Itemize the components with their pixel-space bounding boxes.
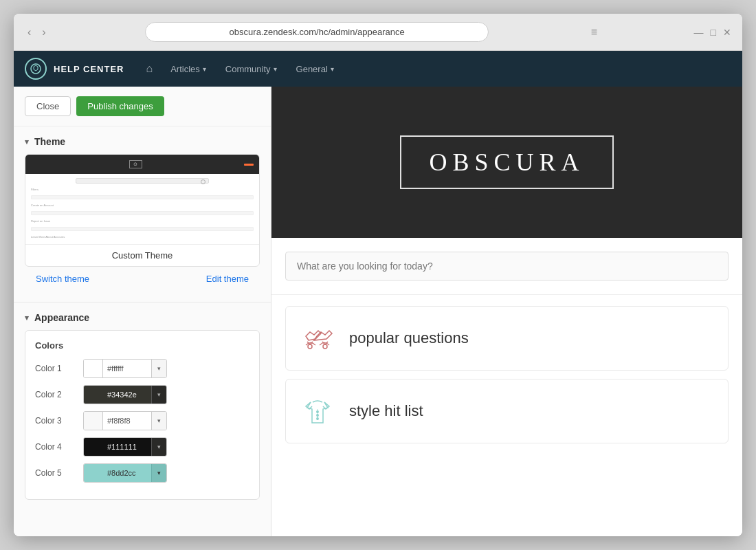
color-5-input[interactable]: #8dd2cc ▾ [83, 463, 167, 483]
color-2-dropdown[interactable]: ▾ [151, 385, 166, 404]
articles-label: Articles [170, 64, 200, 74]
appearance-title: Appearance [34, 312, 89, 323]
obscura-logo-box: OBSCURA [400, 135, 613, 189]
color-3-swatch [84, 411, 103, 430]
appearance-section: ▾ Appearance Colors Color 1 #ffffff ▾ [14, 302, 271, 500]
style-hit-list-card[interactable]: style hit list [285, 379, 729, 443]
thumb-logo: ⊙ [129, 160, 142, 168]
color-5-swatch [84, 463, 103, 483]
home-icon: ⌂ [146, 63, 153, 75]
appearance-section-header[interactable]: ▾ Appearance [14, 302, 271, 330]
community-chevron: ▾ [274, 65, 277, 73]
nav-general-menu[interactable]: General ▾ [287, 51, 344, 87]
nav-articles-menu[interactable]: Articles ▾ [161, 51, 216, 87]
content-sections: popular questions [271, 295, 742, 454]
color-1-label: Color 1 [35, 364, 83, 373]
color-3-input[interactable]: #f8f8f8 ▾ [83, 411, 167, 430]
forward-button[interactable]: › [39, 25, 48, 40]
main-content: Close Publish changes ▾ Theme [14, 87, 742, 536]
app-logo: HELP CENTER [25, 58, 124, 80]
color-5-value: #8dd2cc [103, 464, 151, 482]
colors-title: Colors [35, 340, 249, 351]
color-1-input[interactable]: #ffffff ▾ [83, 359, 167, 378]
svg-point-4 [317, 411, 318, 412]
hamburger-menu[interactable]: ≡ [591, 26, 597, 38]
back-button[interactable]: ‹ [25, 25, 34, 40]
general-chevron: ▾ [331, 65, 334, 73]
nav-community-menu[interactable]: Community ▾ [216, 51, 287, 87]
color-4-swatch [84, 437, 103, 456]
nav-home-button[interactable]: ⌂ [138, 51, 162, 87]
maximize-button[interactable]: □ [711, 27, 716, 38]
theme-chevron-icon: ▾ [25, 138, 29, 146]
color-5-label: Color 5 [35, 468, 83, 478]
browser-chrome: ‹ › obscura.zendesk.com/hc/admin/appeara… [14, 14, 742, 51]
search-input[interactable] [285, 252, 729, 280]
window-controls: — □ ✕ [694, 27, 731, 38]
obscura-logo-text: OBSCURA [429, 148, 584, 176]
theme-title: Theme [34, 136, 65, 147]
community-label: Community [225, 64, 271, 74]
theme-content: ⊙ Filters Create an Account [14, 154, 271, 302]
search-section [271, 238, 742, 295]
color-4-dropdown[interactable]: ▾ [151, 437, 166, 456]
theme-actions: Switch theme Edit theme [25, 267, 260, 291]
style-hit-list-title: style hit list [349, 402, 423, 420]
color-1-dropdown[interactable]: ▾ [151, 359, 166, 378]
app-navbar: HELP CENTER ⌂ Articles ▾ Community ▾ Gen… [14, 51, 742, 87]
color-1-value: #ffffff [103, 360, 151, 377]
color-2-label: Color 2 [35, 390, 83, 399]
color-2-swatch [84, 385, 103, 404]
color-row-4: Color 4 #111111 ▾ [35, 437, 249, 456]
logo-icon [25, 58, 47, 80]
nav-buttons: ‹ › [25, 25, 49, 40]
color-3-value: #f8f8f8 [103, 412, 151, 430]
edit-theme-link[interactable]: Edit theme [206, 274, 249, 284]
minimize-button[interactable]: — [694, 27, 704, 38]
close-button[interactable]: Close [25, 96, 71, 116]
theme-section-header[interactable]: ▾ Theme [14, 126, 271, 154]
svg-point-5 [317, 415, 318, 416]
logo-text: HELP CENTER [54, 64, 124, 74]
style-hit-list-icon [300, 393, 335, 429]
address-bar[interactable]: obscura.zendesk.com/hc/admin/appearance [145, 22, 489, 42]
color-row-1: Color 1 #ffffff ▾ [35, 359, 249, 378]
theme-card: ⊙ Filters Create an Account [25, 154, 260, 267]
browser-window: ‹ › obscura.zendesk.com/hc/admin/appeara… [14, 14, 742, 536]
switch-theme-link[interactable]: Switch theme [36, 274, 89, 284]
close-button[interactable]: ✕ [723, 27, 731, 38]
general-label: General [296, 64, 328, 74]
theme-section: ▾ Theme ⊙ [14, 126, 271, 302]
color-4-value: #111111 [103, 438, 151, 456]
color-3-label: Color 3 [35, 416, 83, 426]
color-row-3: Color 3 #f8f8f8 ▾ [35, 411, 249, 430]
color-row-5: Color 5 #8dd2cc ▾ [35, 463, 249, 483]
popular-questions-title: popular questions [349, 329, 469, 347]
theme-thumbnail: ⊙ Filters Create an Account [25, 155, 259, 244]
appearance-chevron-icon: ▾ [25, 314, 29, 322]
popular-questions-icon [300, 320, 335, 356]
color-2-value: #34342e [103, 386, 151, 404]
left-panel: Close Publish changes ▾ Theme [14, 87, 271, 536]
panel-actions: Close Publish changes [14, 87, 271, 126]
color-4-label: Color 4 [35, 442, 83, 452]
svg-point-6 [317, 418, 318, 419]
articles-chevron: ▾ [203, 65, 206, 73]
color-row-2: Color 2 #34342e ▾ [35, 385, 249, 404]
color-5-dropdown[interactable]: ▾ [151, 463, 166, 483]
color-1-swatch [84, 359, 103, 378]
preview-panel: OBSCURA [271, 87, 742, 536]
colors-container: Colors Color 1 #ffffff ▾ Color 2 [25, 330, 260, 500]
popular-questions-card[interactable]: popular questions [285, 306, 729, 371]
color-4-input[interactable]: #111111 ▾ [83, 437, 167, 456]
color-2-input[interactable]: #34342e ▾ [83, 385, 167, 404]
color-3-dropdown[interactable]: ▾ [151, 411, 166, 430]
publish-changes-button[interactable]: Publish changes [76, 96, 164, 116]
hero-section: OBSCURA [271, 87, 742, 238]
theme-name: Custom Theme [25, 244, 259, 266]
